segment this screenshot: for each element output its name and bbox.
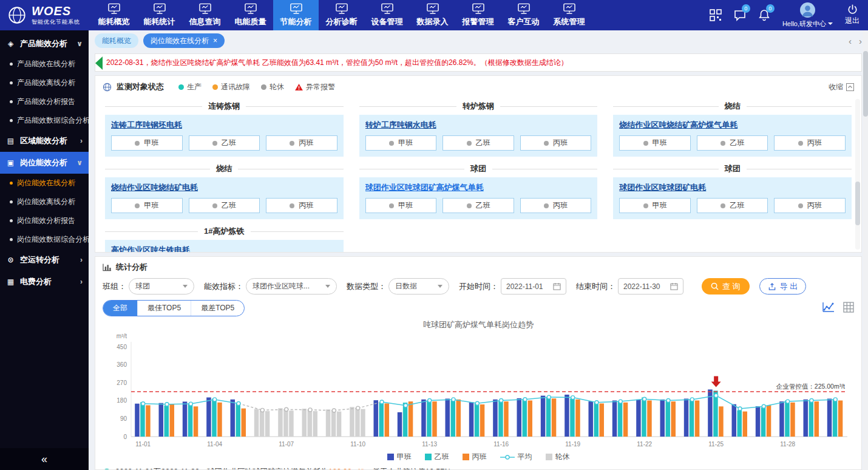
nav-item-8[interactable]: 数据录入: [410, 0, 455, 30]
sidebar-item[interactable]: 产品能效在线分析: [0, 55, 89, 73]
sidebar-item[interactable]: 岗位能效在线分析: [0, 174, 89, 192]
shift-status-button[interactable]: 甲班: [619, 198, 691, 213]
chevron-right-icon: ›: [80, 256, 83, 264]
legend-item[interactable]: 乙班: [425, 452, 449, 462]
start-date-input[interactable]: 2022-11-01: [501, 278, 566, 295]
user-menu[interactable]: Hello,研发中心: [782, 2, 833, 29]
data-type-select[interactable]: 日数据: [388, 278, 449, 295]
scrollbar-thumb[interactable]: [855, 182, 860, 225]
line-chart-view-icon[interactable]: [822, 302, 835, 315]
avg-line-icon: [500, 454, 515, 460]
shift-status-button[interactable]: 乙班: [189, 198, 260, 213]
page-scrollbar[interactable]: [863, 30, 868, 470]
svg-text:m³/t: m³/t: [117, 333, 127, 339]
table-view-icon[interactable]: [843, 302, 854, 315]
tab-2[interactable]: 岗位能效在线分析×: [143, 33, 225, 48]
sidebar-section-4[interactable]: ⊙空运转分析›: [0, 249, 89, 271]
sidebar-item[interactable]: 岗位能效分析报告: [0, 211, 89, 230]
sidebar-item[interactable]: 产品能效数据综合分析: [0, 111, 89, 130]
filter-bar: 班组： 球团 能效指标： 球团作业区吨球... 数据类型： 日数据 开始时间： …: [95, 274, 861, 298]
monitor-group-4: 烧结烧结作业区吨烧结矿电耗甲班乙班丙班: [105, 160, 344, 219]
shift-status-button[interactable]: 甲班: [619, 135, 691, 151]
query-button[interactable]: 查 询: [702, 278, 750, 295]
collapse-button[interactable]: 收缩: [829, 82, 854, 92]
team-select[interactable]: 球团: [129, 278, 194, 295]
shift-status-button[interactable]: 乙班: [697, 135, 768, 151]
sidebar-section-1[interactable]: ◈产品能效分析∨: [0, 33, 89, 55]
sidebar-item[interactable]: 产品能效离线分析: [0, 73, 89, 92]
end-date-input[interactable]: 2022-11-30: [618, 278, 683, 295]
shift-status-button[interactable]: 丙班: [520, 198, 592, 213]
notifications-icon[interactable]: 0: [758, 9, 770, 21]
app-logo: WOES 智能优化节能系统: [0, 0, 91, 30]
nav-item-6[interactable]: 分析诊断: [319, 0, 364, 30]
metric-select[interactable]: 球团作业区吨球...: [246, 278, 337, 295]
shift-status-button[interactable]: 乙班: [697, 198, 768, 213]
shift-status-button[interactable]: 丙班: [774, 198, 846, 213]
legend-item[interactable]: 甲班: [387, 452, 412, 462]
legend-item[interactable]: 丙班: [463, 452, 487, 462]
messages-icon[interactable]: 0: [734, 9, 746, 21]
sidebar-collapse-button[interactable]: «: [0, 448, 89, 470]
group-header: 转炉炼钢: [463, 101, 494, 112]
nav-item-3[interactable]: 信息查询: [182, 0, 228, 30]
status-dot-icon: [261, 84, 266, 90]
tab-1[interactable]: 能耗概览: [95, 33, 138, 48]
stats-panel: 统计分析 班组： 球团 能效指标： 球团作业区吨球... 数据类型： 日数据 开…: [95, 256, 862, 470]
message-badge: 0: [742, 4, 750, 13]
card-title-link[interactable]: 球团作业区吨球团矿电耗: [619, 182, 846, 193]
module-icon: [426, 3, 439, 15]
card-title-link[interactable]: 高炉作业区吨生铁电耗: [111, 245, 337, 253]
tab-close-icon[interactable]: ×: [213, 36, 217, 45]
nav-item-2[interactable]: 能耗统计: [137, 0, 182, 30]
monitor-scrollbar[interactable]: [855, 99, 860, 250]
sidebar-section-3[interactable]: ▣岗位能效分析∨: [0, 152, 89, 174]
view-tab-1[interactable]: 全部: [103, 301, 137, 316]
scrollbar-thumb[interactable]: [863, 51, 868, 117]
nav-item-7[interactable]: 设备管理: [364, 0, 410, 30]
shift-status-button[interactable]: 丙班: [266, 198, 337, 213]
shift-status-button[interactable]: 甲班: [365, 135, 437, 151]
shift-status-button[interactable]: 丙班: [266, 135, 337, 151]
qr-code-icon[interactable]: [710, 9, 722, 21]
sidebar-section-2[interactable]: ▤区域能效分析›: [0, 130, 89, 152]
shift-status-button[interactable]: 丙班: [774, 135, 846, 151]
svg-text:180: 180: [117, 397, 127, 404]
tab-scroll-left-icon[interactable]: ‹: [849, 36, 852, 46]
nav-item-10[interactable]: 客户互动: [501, 0, 546, 30]
tab-scroll-right-icon[interactable]: ›: [859, 36, 862, 46]
shift-status-button[interactable]: 丙班: [520, 135, 592, 151]
chart-title: 吨球团矿高炉煤气单耗岗位趋势: [95, 318, 861, 331]
shift-status-button[interactable]: 甲班: [111, 135, 183, 151]
shift-status-button[interactable]: 甲班: [111, 198, 183, 213]
card-title-link[interactable]: 连铸工序吨钢坯电耗: [111, 120, 337, 131]
legend-item-rest[interactable]: 轮休: [546, 452, 570, 462]
logout-button[interactable]: 退出: [845, 4, 860, 26]
view-tab-2[interactable]: 最佳TOP5: [137, 301, 191, 316]
nav-item-5[interactable]: 节能分析: [273, 0, 319, 30]
sidebar-item[interactable]: 岗位能效离线分析: [0, 192, 89, 211]
nav-item-1[interactable]: 能耗概览: [91, 0, 137, 30]
nav-item-4[interactable]: 电能质量: [228, 0, 273, 30]
shift-status-button[interactable]: 乙班: [442, 198, 514, 213]
sidebar-section-5[interactable]: ▦电费分析›: [0, 271, 89, 293]
card-title-link[interactable]: 球团作业区吨球团矿高炉煤气单耗: [365, 182, 592, 193]
view-tab-3[interactable]: 最差TOP5: [191, 301, 244, 316]
svg-text:11-04: 11-04: [207, 441, 222, 448]
shift-status-button[interactable]: 乙班: [442, 135, 514, 151]
card-title-link[interactable]: 烧结作业区吨烧结矿电耗: [111, 182, 337, 193]
nav-item-11[interactable]: 系统管理: [546, 0, 592, 30]
group-header: 1#高炉炼铁: [204, 226, 244, 237]
tab-bar: 能耗概览岗位能效在线分析× ‹ ›: [89, 30, 868, 51]
legend-item-avg[interactable]: 平均: [500, 452, 532, 462]
shift-status-button[interactable]: 乙班: [189, 135, 260, 151]
tab-list: 能耗概览岗位能效在线分析×: [95, 33, 225, 48]
sidebar-item[interactable]: 岗位能效数据综合分析: [0, 230, 89, 249]
sidebar-item[interactable]: 产品能效分析报告: [0, 92, 89, 111]
chevron-down-icon: ∨: [76, 158, 83, 167]
card-title-link[interactable]: 转炉工序吨钢水电耗: [365, 120, 592, 131]
export-button[interactable]: 导 出: [759, 278, 807, 295]
card-title-link[interactable]: 烧结作业区吨烧结矿高炉煤气单耗: [619, 120, 846, 131]
nav-item-9[interactable]: 报警管理: [455, 0, 501, 30]
shift-status-button[interactable]: 甲班: [365, 198, 437, 213]
